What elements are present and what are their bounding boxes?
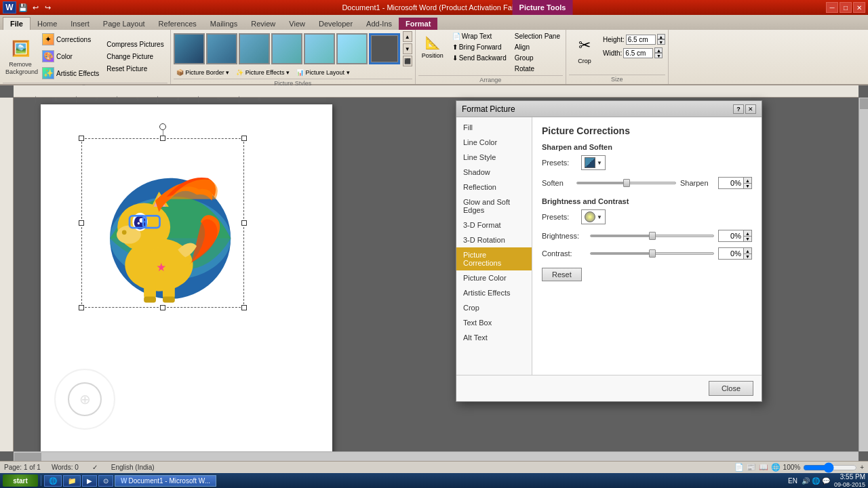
nav-line-style[interactable]: Line Style [456, 150, 532, 165]
nav-picture-color[interactable]: Picture Color [456, 270, 532, 285]
nav-3d-format[interactable]: 3-D Format [456, 218, 532, 232]
color-btn[interactable]: 🎨 Color [39, 48, 102, 64]
contrast-slider-track[interactable] [590, 252, 714, 255]
dialog-close-icon[interactable]: ✕ [745, 104, 756, 114]
tab-file[interactable]: File [3, 17, 31, 30]
bring-forward-btn[interactable]: ⬆ Bring Forward [450, 42, 509, 52]
tab-page-layout[interactable]: Page Layout [96, 18, 152, 30]
brightness-thumb[interactable] [649, 232, 656, 240]
picture-layout-btn[interactable]: 📊 Picture Layout ▾ [294, 68, 353, 77]
compress-pictures-btn[interactable]: Compress Pictures [103, 39, 167, 50]
view-read-btn[interactable]: 📖 [759, 463, 768, 472]
corrections-btn[interactable]: ✦ Corrections [39, 31, 102, 47]
style-thumb-4[interactable] [271, 33, 302, 64]
handle-ml[interactable] [79, 220, 84, 226]
handle-bm[interactable] [160, 305, 165, 310]
styles-scroll-up[interactable]: ▲ [403, 31, 412, 42]
contrast-value-input[interactable]: ▲ ▼ [718, 247, 752, 260]
style-thumb-2[interactable] [206, 33, 237, 64]
system-tray[interactable]: 🔊🌐💬 [802, 477, 830, 485]
contrast-value-field[interactable] [719, 249, 743, 258]
nav-picture-corrections[interactable]: Picture Corrections [456, 247, 532, 270]
styles-scroll-down[interactable]: ▼ [403, 43, 412, 54]
minimize-btn[interactable]: ─ [826, 2, 838, 13]
nav-fill[interactable]: Fill [456, 120, 532, 135]
sharpen-down-btn[interactable]: ▼ [743, 183, 751, 188]
brightness-down-btn[interactable]: ▼ [743, 236, 751, 241]
pony-image[interactable] [81, 138, 244, 308]
width-down-btn[interactable]: ▼ [654, 53, 663, 58]
picture-effects-btn[interactable]: ✨ Picture Effects ▾ [233, 68, 292, 77]
view-web-btn[interactable]: 🌐 [771, 463, 781, 472]
width-up-btn[interactable]: ▲ [654, 47, 663, 53]
contrast-thumb[interactable] [649, 249, 656, 258]
style-thumb-3[interactable] [239, 33, 270, 64]
crop-btn[interactable]: ✂ Crop [569, 31, 600, 66]
style-thumb-5[interactable] [304, 33, 335, 64]
presets-dropdown-1[interactable]: ▼ [581, 155, 606, 170]
tab-developer[interactable]: Developer [312, 18, 359, 30]
spellcheck-icon[interactable]: ✓ [90, 463, 100, 472]
tab-insert[interactable]: Insert [64, 18, 96, 30]
view-normal-btn[interactable]: 📄 [734, 463, 744, 472]
contrast-up-btn[interactable]: ▲ [743, 248, 751, 253]
zoom-in-btn[interactable]: + [860, 464, 864, 471]
height-down-btn[interactable]: ▼ [657, 39, 665, 45]
close-btn-window[interactable]: ✕ [853, 2, 865, 13]
nav-crop[interactable]: Crop [456, 300, 532, 315]
handle-tr[interactable] [241, 136, 247, 141]
tab-references[interactable]: References [152, 18, 203, 30]
brightness-value-field[interactable] [719, 231, 743, 241]
scroll-bottom[interactable] [14, 451, 859, 461]
tab-mailings[interactable]: Mailings [203, 18, 244, 30]
sharpen-soften-thumb[interactable] [623, 179, 630, 187]
dialog-close-btn[interactable]: Close [709, 381, 753, 396]
reset-button[interactable]: Reset [542, 268, 582, 281]
sharpen-soften-slider-track[interactable] [576, 182, 676, 184]
explorer-btn[interactable]: 📁 [63, 475, 81, 487]
picture-border-btn[interactable]: 📦 Picture Border ▾ [174, 68, 233, 77]
nav-reflection[interactable]: Reflection [456, 180, 532, 195]
redo-qa-btn[interactable]: ↪ [42, 2, 53, 13]
style-thumb-6[interactable] [336, 33, 368, 64]
zoom-slider[interactable] [803, 464, 857, 471]
height-input[interactable] [626, 35, 656, 45]
align-btn[interactable]: Align [512, 42, 563, 52]
send-backward-btn[interactable]: ⬇ Send Backward [450, 53, 509, 63]
maximize-btn[interactable]: □ [840, 2, 852, 13]
group-btn[interactable]: Group [512, 53, 563, 63]
brightness-slider-track[interactable] [590, 235, 714, 237]
word-taskbar-btn[interactable]: W Document1 - Microsoft W... [115, 475, 216, 487]
nav-alt-text[interactable]: Alt Text [456, 330, 532, 345]
sharpen-up-btn[interactable]: ▲ [743, 178, 751, 183]
nav-shadow[interactable]: Shadow [456, 165, 532, 180]
height-up-btn[interactable]: ▲ [657, 34, 665, 39]
tab-review[interactable]: Review [244, 18, 282, 30]
start-button[interactable]: start [3, 474, 38, 487]
wrap-text-btn[interactable]: 📄 Wrap Text [450, 31, 509, 41]
undo-qa-btn[interactable]: ↩ [30, 2, 41, 13]
nav-3d-rotation[interactable]: 3-D Rotation [456, 232, 532, 247]
brightness-up-btn[interactable]: ▲ [743, 230, 751, 236]
dialog-help-btn[interactable]: ? [733, 104, 744, 114]
remove-background-btn[interactable]: 🖼️ Remove Background [3, 35, 38, 78]
style-thumb-selected[interactable] [369, 33, 400, 64]
styles-expand[interactable]: ⬛ [403, 56, 412, 66]
tab-view[interactable]: View [282, 18, 312, 30]
nav-artistic-effects[interactable]: Artistic Effects [456, 285, 532, 300]
handle-tm[interactable] [160, 136, 165, 141]
save-qa-btn[interactable]: 💾 [18, 2, 28, 13]
presets-dropdown-2[interactable]: ▼ [581, 209, 606, 224]
handle-mr[interactable] [241, 220, 247, 226]
rotate-handle[interactable] [159, 123, 166, 130]
ie-btn[interactable]: 🌐 [44, 475, 62, 487]
reset-picture-btn[interactable]: Reset Picture [103, 63, 167, 75]
brightness-value-input[interactable]: ▲ ▼ [718, 230, 752, 242]
handle-br[interactable] [241, 305, 247, 310]
sharpen-value-field[interactable] [719, 178, 743, 188]
nav-line-color[interactable]: Line Color [456, 135, 532, 150]
scroll-right[interactable] [859, 98, 868, 451]
tab-add-ins[interactable]: Add-Ins [359, 18, 399, 30]
sharpen-value-input[interactable]: ▲ ▼ [718, 177, 752, 189]
artistic-effects-btn[interactable]: ✨ Artistic Effects [39, 65, 102, 81]
